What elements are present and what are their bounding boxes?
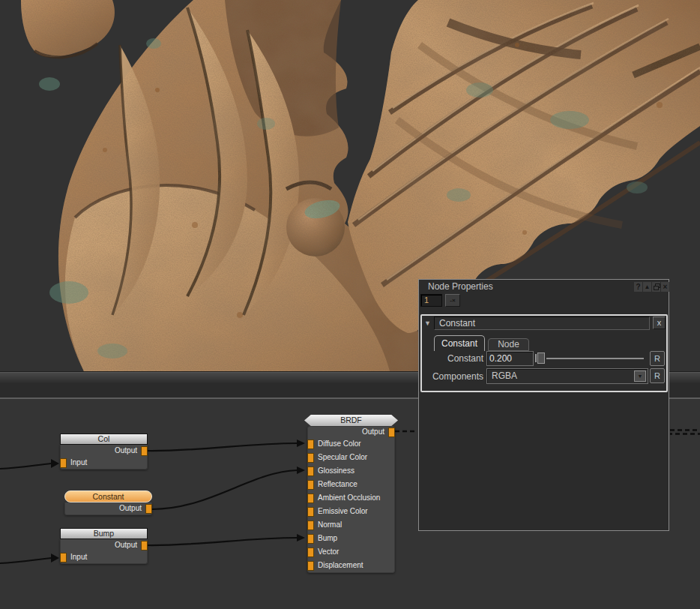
dropdown-arrow-button[interactable]: ▼ — [634, 370, 646, 382]
brdf-emissive-color-port[interactable] — [307, 507, 314, 517]
node-brdf[interactable]: Output Diffuse Color Specular Color Glos… — [307, 426, 395, 573]
bump-input-port[interactable] — [60, 553, 67, 562]
constant-output-row: Output — [65, 502, 151, 514]
components-label: Components — [422, 371, 483, 382]
brdf-vector-port[interactable] — [307, 548, 314, 557]
brdf-displacement-port[interactable] — [307, 561, 314, 571]
detach-x-icon: -× — [450, 297, 455, 304]
constant-label: Constant — [422, 353, 483, 364]
brdf-input-row: Glossiness — [308, 464, 394, 478]
components-reset-button[interactable]: R — [650, 368, 665, 383]
panel-title[interactable]: Node Properties — [428, 281, 493, 292]
col-input-port[interactable] — [60, 458, 67, 468]
brdf-output-port[interactable] — [388, 428, 395, 437]
arrowhead-brdf-glossiness — [297, 466, 305, 474]
components-value: RGBA — [492, 370, 517, 381]
brdf-input-row: Specular Color — [308, 451, 394, 464]
detach-button[interactable]: -× — [445, 294, 460, 307]
node-constant-header[interactable]: Constant — [64, 490, 152, 502]
brdf-bump-port[interactable] — [307, 534, 314, 544]
wire-into-bump-input[interactable] — [0, 558, 51, 563]
node-constant[interactable]: Constant Output — [64, 490, 152, 515]
brdf-input-row: Reflectance — [308, 478, 394, 491]
node-bump[interactable]: Bump Output Input — [60, 528, 148, 564]
item-count-field[interactable]: 1 — [420, 294, 442, 307]
wire-constant-to-brdf-glossiness[interactable] — [152, 470, 297, 509]
node-properties-panel: Node Properties ? ▲ × 1 -× ▼ Constant x … — [418, 279, 669, 531]
node-name-field[interactable]: Constant — [434, 316, 650, 330]
brdf-input-row: Emissive Color — [308, 505, 394, 518]
col-output-port[interactable] — [141, 446, 148, 456]
components-dropdown[interactable]: RGBA ▼ — [486, 368, 648, 384]
brdf-reflectance-port[interactable] — [307, 480, 314, 490]
constant-output-port[interactable] — [145, 504, 152, 514]
col-input-row: Input — [61, 457, 147, 469]
chevron-down-icon: ▼ — [638, 374, 643, 379]
help-icon[interactable]: ? — [634, 282, 642, 292]
brdf-ambient-occlusion-port[interactable] — [307, 494, 314, 503]
brdf-input-row: Vector — [308, 545, 394, 559]
brdf-input-row: Diffuse Color — [308, 437, 394, 451]
arrowhead-brdf-bump — [297, 534, 305, 542]
bump-input-row: Input — [61, 551, 147, 563]
brdf-diffuse-color-port[interactable] — [307, 440, 314, 449]
brdf-output-row: Output — [308, 427, 394, 437]
restore-icon[interactable] — [652, 282, 660, 292]
chevron-down-icon[interactable]: ▼ — [424, 320, 431, 327]
brdf-input-row: Normal — [308, 518, 394, 532]
brdf-input-row: Bump — [308, 532, 394, 545]
app-window: Col Output Input Constant Output — [0, 0, 700, 609]
constant-value-input[interactable]: 0.200 — [486, 351, 534, 366]
brdf-input-row: Displacement — [308, 559, 394, 572]
wire-col-to-brdf-diffuse[interactable] — [147, 443, 297, 451]
constant-slider[interactable] — [535, 351, 646, 366]
node-col[interactable]: Col Output Input — [60, 434, 148, 470]
bump-output-port[interactable] — [141, 541, 148, 550]
bump-output-row: Output — [61, 539, 147, 551]
constant-reset-button[interactable]: R — [650, 351, 665, 366]
slider-left-cap — [535, 354, 537, 362]
constant-node-groupbox: ▼ Constant x Constant Node Constant 0.20… — [420, 314, 668, 392]
brdf-normal-port[interactable] — [307, 520, 314, 530]
node-brdf-header[interactable]: BRDF — [304, 415, 398, 426]
wire-bump-to-brdf-bump[interactable] — [147, 538, 297, 545]
col-output-row: Output — [61, 445, 147, 457]
wire-into-col-input[interactable] — [0, 464, 51, 469]
arrowhead-bump-input — [51, 554, 59, 562]
slider-handle[interactable] — [537, 352, 545, 364]
close-icon[interactable]: × — [661, 282, 669, 292]
brdf-input-row: Ambient Occlusion — [308, 491, 394, 505]
panel-titlebar-icons: ? ▲ × — [634, 282, 669, 292]
brdf-specular-color-port[interactable] — [307, 453, 314, 463]
remove-node-button[interactable]: x — [653, 316, 666, 329]
tab-node[interactable]: Node — [488, 338, 529, 351]
arrowhead-brdf-diffuse — [297, 440, 305, 447]
slider-track[interactable] — [546, 358, 644, 359]
triangle-up-icon[interactable]: ▲ — [643, 282, 651, 292]
arrowhead-col-input — [51, 459, 59, 468]
node-bump-header[interactable]: Bump — [60, 528, 148, 539]
node-col-header[interactable]: Col — [60, 434, 148, 445]
brdf-glossiness-port[interactable] — [307, 466, 314, 476]
tab-constant[interactable]: Constant — [434, 335, 485, 351]
